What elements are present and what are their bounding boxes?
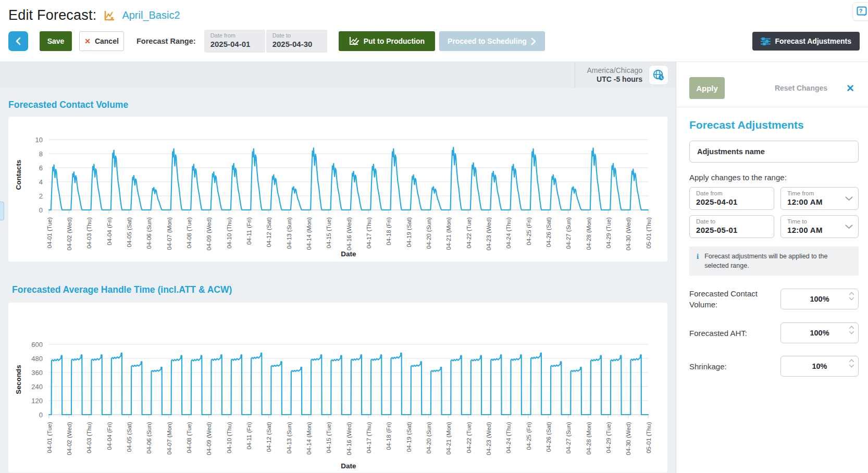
svg-text:04-24 (Thu): 04-24 (Thu) [505,422,512,453]
forecast-adjustments-button[interactable]: Forecast Adjustments [752,32,860,51]
panel-date-from[interactable]: Date from 2025-04-01 [689,187,774,210]
svg-text:240: 240 [31,383,43,391]
svg-text:04-28 (Mon): 04-28 (Mon) [586,422,592,455]
shrinkage-spinner[interactable]: 10% [780,356,859,377]
panel-action-row: Apply Reset Changes ✕ [676,62,868,107]
volume-label: Forecasted Contact Volume: [689,288,780,310]
page-title: Edit Forecast: [8,7,96,23]
chart1-title: Forecasted Contact Volume [8,99,676,110]
svg-text:04-01 (Tue): 04-01 (Tue) [46,217,53,248]
svg-text:04-28 (Mon): 04-28 (Mon) [586,217,592,250]
svg-text:04-03 (Thu): 04-03 (Thu) [86,422,92,453]
adjustments-name-input[interactable] [689,141,859,163]
spinner-up-icon[interactable] [849,359,854,363]
svg-text:04-21 (Mon): 04-21 (Mon) [445,217,452,250]
spinner-up-icon[interactable] [849,326,854,329]
chart2-title: Forecasted Average Handle Time (incl.ATT… [12,284,676,295]
spinner-down-icon[interactable] [849,331,854,334]
svg-text:6: 6 [39,164,43,172]
header: Edit Forecast: April_Basic2 ? Save ✕ Can… [0,0,868,61]
svg-text:04-04 (Fri): 04-04 (Fri) [106,217,113,245]
panel-date-to[interactable]: Date to 2025-05-01 [689,215,774,238]
adjustment-row-aht: Forecasted AHT: 100% [689,322,859,343]
svg-text:04-19 (Sat): 04-19 (Sat) [406,422,412,452]
svg-text:04-08 (Tue): 04-08 (Tue) [186,217,192,248]
svg-text:04-05 (Sat): 04-05 (Sat) [126,422,132,452]
panel-date-to-label: Date to [696,218,767,225]
svg-text:04-25 (Fri): 04-25 (Fri) [526,217,532,245]
range-date-to[interactable]: Date to 2025-04-30 [266,30,327,53]
range-grid: Date from 2025-04-01 Time from 12:00 AM … [689,187,859,238]
svg-text:0: 0 [39,411,43,419]
range-date-from[interactable]: Date from 2025-04-01 [204,30,265,53]
shrinkage-label: Shrinkage: [689,361,780,372]
contact-volume-chart: 0246810Contacts04-01 (Tue)04-02 (Wed)04-… [8,117,667,262]
svg-text:04-17 (Thu): 04-17 (Thu) [366,217,372,248]
timezone-offset: UTC -5 hours [587,75,642,84]
proceed-to-scheduling-button[interactable]: Proceed to Scheduling [439,31,545,51]
svg-text:480: 480 [31,355,43,363]
timezone-globe-button[interactable] [649,65,668,85]
svg-text:04-06 (Sun): 04-06 (Sun) [146,422,152,454]
chevron-down-icon [845,194,853,203]
spinner-down-icon[interactable] [849,297,854,301]
chart1-card: 0246810Contacts04-01 (Tue)04-02 (Wed)04-… [8,117,667,262]
svg-text:04-27 (Sun): 04-27 (Sun) [565,422,572,454]
svg-text:04-23 (Wed): 04-23 (Wed) [486,217,492,251]
forecast-name-link[interactable]: April_Basic2 [122,9,180,21]
apply-range-label: Apply changes to the range: [689,173,859,182]
svg-text:04-06 (Sun): 04-06 (Sun) [146,217,152,249]
svg-text:2: 2 [39,192,43,200]
reset-changes-link[interactable]: Reset Changes [775,84,827,92]
chart2-card: 0120240360480600Seconds04-01 (Tue)04-02 … [8,303,667,472]
svg-text:04-16 (Wed): 04-16 (Wed) [346,217,352,251]
svg-text:04-11 (Fri): 04-11 (Fri) [246,217,252,245]
svg-text:04-08 (Tue): 04-08 (Tue) [186,422,192,453]
panel-time-from[interactable]: Time from 12:00 AM [780,187,859,210]
spinner-down-icon[interactable] [849,364,854,368]
svg-text:04-02 (Wed): 04-02 (Wed) [66,217,72,251]
sliders-icon [761,38,771,45]
range-date-to-value: 2025-04-30 [272,40,321,48]
aht-spinner[interactable]: 100% [780,322,859,343]
timezone-text: America/Chicago UTC -5 hours [587,66,642,84]
svg-text:04-29 (Tue): 04-29 (Tue) [605,422,612,453]
help-icon: ? [857,6,867,17]
panel-title: Forecast Adjustments [689,119,859,131]
svg-text:04-04 (Fri): 04-04 (Fri) [106,422,113,450]
forecast-range-dates: Date from 2025-04-01 Date to 2025-04-30 [204,30,327,53]
svg-text:04-15 (Tue): 04-15 (Tue) [326,217,332,248]
cancel-button[interactable]: ✕ Cancel [79,31,124,51]
svg-text:04-30 (Wed): 04-30 (Wed) [625,422,631,455]
svg-text:04-18 (Fri): 04-18 (Fri) [386,217,392,245]
svg-text:04-17 (Thu): 04-17 (Thu) [366,422,372,453]
panel-time-to-value: 12:00 AM [787,226,852,234]
timezone-strip: America/Chicago UTC -5 hours [0,62,676,88]
svg-text:360: 360 [31,369,43,377]
svg-text:04-26 (Sat): 04-26 (Sat) [545,422,552,452]
panel-body: Forecast Adjustments Apply changes to th… [676,107,868,377]
left-drawer-handle[interactable] [0,202,4,220]
put-to-production-button[interactable]: Put to Production [339,31,435,51]
save-button[interactable]: Save [40,31,72,51]
volume-spinner[interactable]: 100% [780,289,859,309]
svg-text:04-26 (Sat): 04-26 (Sat) [545,217,552,247]
svg-text:04-25 (Fri): 04-25 (Fri) [526,422,532,450]
apply-button[interactable]: Apply [689,77,725,99]
forecast-range-label: Forecast Range: [137,37,196,45]
help-button[interactable]: ? [852,2,868,21]
svg-text:04-09 (Wed): 04-09 (Wed) [206,422,212,455]
svg-text:8: 8 [39,150,43,158]
shrinkage-value: 10% [812,362,827,370]
spinner-up-icon[interactable] [849,292,854,295]
svg-text:04-16 (Wed): 04-16 (Wed) [346,422,352,455]
forecast-adjustments-label: Forecast Adjustments [775,37,851,45]
range-date-from-value: 2025-04-01 [210,40,259,48]
back-button[interactable] [8,31,28,51]
proceed-chevron-icon [531,38,537,45]
info-text: Forecast adjustments will be applied to … [704,252,839,270]
panel-close-icon[interactable]: ✕ [846,82,854,94]
svg-text:04-11 (Fri): 04-11 (Fri) [246,422,252,450]
panel-time-to[interactable]: Time to 12:00 AM [780,215,859,238]
aht-label: Forecasted AHT: [689,328,780,339]
